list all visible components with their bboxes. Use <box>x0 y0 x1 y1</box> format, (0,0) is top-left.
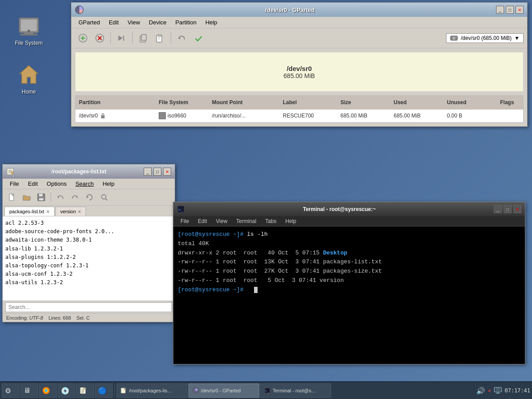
editor-close-btn[interactable]: ✕ <box>163 168 171 176</box>
taskbar-editor-icon <box>79 387 87 395</box>
toolbar-apply-btn[interactable] <box>191 30 207 46</box>
taskbar-terminal-icon: 🖥 <box>23 387 31 395</box>
editor-line-2: adobe-source-code-pro-fonts 2.0... <box>5 227 172 236</box>
term-line-5: -rw-r--r-- 1 root root 27K Oct 3 07:41 p… <box>178 267 520 276</box>
menu-gparted[interactable]: GParted <box>75 18 103 27</box>
partition-table-header: Partition File System Mount Point Label … <box>75 96 523 110</box>
desktop-icon-home[interactable]: Home <box>11 62 47 95</box>
terminal-menubar: File Edit View Terminal Tabs Help <box>173 216 525 227</box>
menu-edit[interactable]: Edit <box>105 18 122 27</box>
editor-minimize-btn[interactable]: _ <box>144 168 152 176</box>
home-icon-label: Home <box>22 89 36 95</box>
taskbar-gparted-running-icon <box>192 387 199 394</box>
taskbar-firefox-quick[interactable] <box>39 383 57 398</box>
partition-name: /dev/sr0 <box>79 113 98 119</box>
partition-table: Partition File System Mount Point Label … <box>75 95 524 123</box>
toolbar-last-btn[interactable] <box>113 30 129 46</box>
taskbar-start-btn[interactable]: ⚙ <box>2 383 20 398</box>
tab-version[interactable]: version ✕ <box>55 207 86 216</box>
terminal-content[interactable]: [root@sysrescue ~]# ls -lh total 40K drw… <box>173 227 525 364</box>
taskbar-editor-quick[interactable] <box>76 383 94 398</box>
terminal-titlebar: >_ Terminal - root@sysrescue:~ _ □ ✕ <box>173 202 525 216</box>
editor-content[interactable]: acl 2.2.53-3 adobe-source-code-pro-fonts… <box>3 216 175 301</box>
toolbar-delete-btn[interactable] <box>92 30 108 46</box>
tab-packages-close[interactable]: ✕ <box>46 209 50 214</box>
term-menu-edit[interactable]: Edit <box>194 217 211 225</box>
editor-open-btn[interactable] <box>20 191 33 204</box>
editor-window-controls: _ □ ✕ <box>144 168 171 176</box>
col-partition: Partition <box>75 98 155 107</box>
filesystem-icon <box>16 13 41 38</box>
terminal-window-controls: _ □ ✕ <box>494 205 521 213</box>
taskbar-help-quick[interactable]: 🔵 <box>95 383 113 398</box>
terminal-close-btn[interactable]: ✕ <box>513 205 521 213</box>
term-menu-tabs[interactable]: Tabs <box>262 217 280 225</box>
col-flags: Flags <box>497 98 532 107</box>
term-menu-help[interactable]: Help <box>282 217 300 225</box>
filesystem-name: iso9660 <box>168 113 186 119</box>
toolbar-undo-btn[interactable] <box>174 30 190 46</box>
svg-point-45 <box>45 389 47 392</box>
col-size: Size <box>337 98 390 107</box>
taskbar-volume-icon[interactable]: 🔊 <box>476 387 485 395</box>
editor-redo-btn[interactable] <box>68 191 82 204</box>
svg-rect-34 <box>39 194 43 196</box>
editor-menu-search[interactable]: Search <box>72 180 97 188</box>
tab-version-close[interactable]: ✕ <box>78 209 81 214</box>
col-mountpoint: Mount Point <box>208 98 279 107</box>
taskbar-terminal-quick[interactable]: 🖥 <box>20 383 38 398</box>
editor-line-6: alsa-topology-conf 1.2.3-1 <box>5 262 172 270</box>
editor-maximize-btn[interactable]: □ <box>153 168 161 176</box>
menu-device[interactable]: Device <box>145 18 170 27</box>
toolbar-paste-btn[interactable] <box>152 30 168 46</box>
svg-point-24 <box>454 38 455 39</box>
terminal-minimize-btn[interactable]: _ <box>494 205 502 213</box>
gparted-titlebar: /dev/sr0 - GParted _ □ ✕ <box>71 3 527 17</box>
editor-search-btn[interactable] <box>98 191 111 204</box>
taskbar-disk-quick[interactable]: 💿 <box>58 383 75 398</box>
editor-menu-file[interactable]: File <box>6 180 23 188</box>
taskbar-btn-gparted[interactable]: /dev/sr0 - GParted <box>188 383 259 398</box>
term-desktop-highlight: Desktop <box>323 250 348 256</box>
term-line-7: [root@sysrescue ~]# <box>178 286 520 295</box>
device-selector[interactable]: /dev/sr0 (685.00 MiB) ▼ <box>446 33 524 43</box>
taskbar-btn-editor[interactable]: /root/packages-lis... <box>117 383 188 398</box>
device-selector-label: /dev/sr0 (685.00 MiB) <box>461 35 512 41</box>
toolbar-sep-2 <box>132 32 133 44</box>
editor-menu-options[interactable]: Options <box>43 180 70 188</box>
gparted-minimize-btn[interactable]: _ <box>496 6 504 14</box>
taskbar-terminal-running-icon: >_ <box>264 387 270 394</box>
editor-save-btn[interactable] <box>35 191 48 204</box>
menu-partition[interactable]: Partition <box>172 18 200 27</box>
cell-partition: /dev/sr0 <box>75 110 155 121</box>
term-menu-view[interactable]: View <box>212 217 231 225</box>
taskbar: ⚙ 🖥 💿 🔵 <box>0 381 532 399</box>
term-menu-terminal[interactable]: Terminal <box>233 217 260 225</box>
gparted-close-btn[interactable]: ✕ <box>516 6 524 14</box>
editor-new-btn[interactable] <box>5 191 19 204</box>
svg-rect-56 <box>494 387 501 392</box>
terminal-maximize-btn[interactable]: □ <box>504 205 512 213</box>
term-cmd-1: ls -lh <box>247 231 268 238</box>
term-line-3: drwxr-xr-x 2 root root 40 Oct 5 07:15 De… <box>178 249 520 258</box>
taskbar-btn-terminal[interactable]: >_ Terminal - root@s... <box>260 383 331 398</box>
term-menu-file[interactable]: File <box>177 217 192 225</box>
svg-marker-5 <box>20 66 38 83</box>
editor-undo-btn[interactable] <box>54 191 67 204</box>
editor-menu-edit[interactable]: Edit <box>24 180 41 188</box>
menu-help[interactable]: Help <box>202 18 221 27</box>
toolbar-new-btn[interactable] <box>75 30 91 46</box>
editor-menu-help[interactable]: Help <box>99 180 118 188</box>
gparted-toolbar: /dev/sr0 (685.00 MiB) ▼ <box>71 28 527 48</box>
editor-reload-btn[interactable] <box>83 191 96 204</box>
gparted-maximize-btn[interactable]: □ <box>506 6 514 14</box>
editor-line-8: alsa-utils 1.2.3-2 <box>5 278 172 287</box>
menu-view[interactable]: View <box>124 18 144 27</box>
desktop-icon-filesystem[interactable]: File System <box>11 13 47 46</box>
col-used: Used <box>390 98 443 107</box>
table-row[interactable]: /dev/sr0 iso9660 /run/archiso/... RESCUE… <box>75 110 523 122</box>
taskbar-sep <box>114 384 115 397</box>
search-input[interactable] <box>5 302 172 312</box>
toolbar-copy-btn[interactable] <box>135 30 151 46</box>
tab-packages-list[interactable]: packages-list.txt ✕ <box>4 207 55 216</box>
